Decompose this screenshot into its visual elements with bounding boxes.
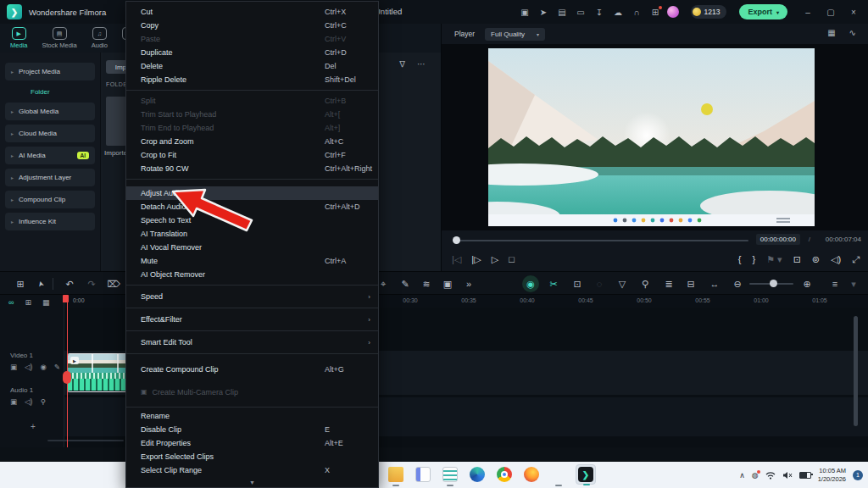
menu-item-export-selected-clips[interactable]: Export Selected Clips: [126, 450, 378, 463]
close-button[interactable]: ×: [844, 3, 863, 20]
marker-icon[interactable]: ▽: [614, 275, 631, 292]
scopes-icon[interactable]: ∿: [849, 28, 856, 37]
voiceover-icon[interactable]: ⚲: [637, 275, 654, 292]
share-icon[interactable]: ➤: [537, 5, 551, 19]
gift-icon[interactable]: ▣: [518, 5, 532, 19]
menu-item-rotate-90-cw[interactable]: Rotate 90 CWCtrl+Alt+Right: [126, 162, 378, 175]
display-device-button[interactable]: ⊡: [793, 254, 801, 265]
lock-video-track-icon[interactable]: ✎: [54, 363, 60, 371]
notification-badge[interactable]: 1: [853, 470, 863, 480]
wifi-icon[interactable]: [765, 471, 776, 480]
collapse-icon[interactable]: ▾: [845, 275, 862, 292]
render-preview-button[interactable]: ⚑ ▾: [766, 254, 782, 265]
tray-app-icon[interactable]: ◍: [752, 471, 759, 480]
menu-item-effect-filter[interactable]: Effect&Filter›: [126, 312, 378, 327]
menu-item-crop-and-zoom[interactable]: Crop and ZoomAlt+C: [126, 135, 378, 148]
video-preview[interactable]: [488, 48, 815, 226]
menu-item-disable-clip[interactable]: Disable ClipE: [126, 423, 378, 436]
taskbar-app-window[interactable]: [413, 464, 433, 485]
auto-ripple-icon[interactable]: ∞: [8, 298, 14, 307]
media-thumbnail[interactable]: [106, 97, 126, 146]
cloud-upload-icon[interactable]: ☁: [611, 5, 626, 19]
sidebar-item-ai-media[interactable]: ▸AI MediaAI: [5, 147, 95, 164]
fit-timeline-icon[interactable]: ↔: [706, 275, 723, 292]
menu-item-ai-vocal-remover[interactable]: AI Vocal Remover: [126, 241, 378, 254]
adjust-color-icon[interactable]: ≋: [418, 275, 435, 292]
maximize-button[interactable]: ▢: [821, 3, 840, 20]
timeline-zoom-handle[interactable]: [770, 280, 777, 287]
minimize-button[interactable]: –: [798, 3, 817, 20]
feedback-icon[interactable]: ▤: [555, 5, 570, 19]
hide-video-track-icon[interactable]: ◉: [40, 363, 46, 371]
playhead-flag[interactable]: [63, 295, 69, 302]
sidebar-item-project-media[interactable]: ▸Project Media: [5, 63, 95, 80]
taskbar-edge-browser[interactable]: [467, 464, 487, 485]
battery-icon[interactable]: [799, 472, 811, 479]
scrubber-track[interactable]: [456, 240, 748, 241]
mute-video-track-icon[interactable]: ◁): [25, 363, 32, 371]
add-video-track-icon[interactable]: ▣: [10, 363, 17, 371]
taskbar-filmora-app[interactable]: ❯: [576, 464, 596, 485]
split-screen-icon[interactable]: ▦: [827, 28, 835, 37]
menu-item-rename[interactable]: Rename: [126, 409, 378, 423]
snapshot-tool-icon[interactable]: ⊡: [569, 275, 586, 292]
menu-item-ai-object-remover[interactable]: AI Object Remover: [126, 268, 378, 281]
undo-button[interactable]: ↶: [61, 275, 78, 292]
duplicate-view-icon[interactable]: ⊟: [682, 275, 699, 292]
voiceover-audio-track-icon[interactable]: ⚲: [40, 397, 45, 406]
mark-in-button[interactable]: {: [738, 254, 742, 264]
play-button[interactable]: ▷: [492, 254, 498, 265]
more-icon[interactable]: ⋯: [417, 59, 426, 69]
menu-item-cut[interactable]: CutCtrl+X: [126, 5, 378, 19]
fullscreen-button[interactable]: ⤢: [852, 254, 860, 265]
timeline-marker[interactable]: [63, 371, 71, 384]
taskbar-notes-app[interactable]: [440, 464, 460, 485]
save-icon[interactable]: ↧: [593, 5, 607, 19]
menu-item-copy[interactable]: CopyCtrl+C: [126, 19, 378, 32]
coin-balance[interactable]: 1213: [691, 5, 727, 19]
link-clips-icon[interactable]: ⊞: [25, 298, 31, 307]
menu-item-edit-properties[interactable]: Edit PropertiesAlt+E: [126, 436, 378, 450]
menu-item-duplicate[interactable]: DuplicateCtrl+D: [126, 46, 378, 59]
add-audio-track-icon[interactable]: ▣: [10, 397, 17, 406]
taskbar-firefox-browser[interactable]: [521, 464, 542, 485]
tray-chevron-icon[interactable]: ∧: [739, 471, 745, 480]
magnet-icon[interactable]: ◉: [522, 275, 539, 292]
menu-item-select-clip-range[interactable]: Select Clip RangeX: [126, 463, 378, 477]
track-manager-icon[interactable]: ≡: [826, 275, 843, 292]
device-icon[interactable]: ▭: [574, 5, 588, 19]
menu-item-crop-to-fit[interactable]: Crop to FitCtrl+F: [126, 148, 378, 162]
keyframe-icon[interactable]: ✎: [397, 275, 414, 292]
sidebar-item-cloud-media[interactable]: ▸Cloud Media: [5, 125, 95, 142]
preview-volume-button[interactable]: ◁): [831, 254, 841, 265]
export-button[interactable]: Export ▾: [739, 4, 787, 19]
sidebar-item-folder[interactable]: Folder: [5, 85, 95, 98]
zoom-out-button[interactable]: ⊖: [729, 275, 746, 292]
add-track-button[interactable]: +: [31, 422, 36, 431]
menu-item-speed[interactable]: Speed›: [126, 289, 378, 304]
sidebar-item-influence-kit[interactable]: ▸Influence Kit: [5, 213, 95, 230]
audio-mixer-icon[interactable]: ≣: [660, 275, 677, 292]
sidebar-item-compound-clip[interactable]: ▸Compound Clip: [5, 191, 95, 208]
menu-item-smart-edit-tool[interactable]: Smart Edit Tool›: [126, 335, 378, 350]
track-height-icon[interactable]: ▦: [42, 298, 50, 307]
filter-icon[interactable]: ∇: [399, 59, 405, 69]
stop-button[interactable]: □: [509, 254, 515, 264]
volume-mute-icon[interactable]: [782, 471, 793, 480]
taskbar-file-explorer[interactable]: [386, 464, 406, 485]
scrubber-handle[interactable]: [453, 236, 460, 244]
menu-item-mute[interactable]: MuteCtrl+A: [126, 254, 378, 268]
sidebar-item-global-media[interactable]: ▸Global Media: [5, 103, 95, 120]
menu-item-delete[interactable]: DeleteDel: [126, 59, 378, 73]
more-tools-icon[interactable]: »: [460, 275, 477, 292]
sidebar-item-adjustment-layer[interactable]: ▸Adjustment Layer: [5, 169, 95, 186]
quality-dropdown[interactable]: Full Quality ▾: [485, 28, 545, 41]
mute-audio-track-icon[interactable]: ◁): [25, 397, 32, 406]
delete-button[interactable]: ⌦: [105, 275, 122, 292]
record-icon[interactable]: ▣: [439, 275, 456, 292]
split-icon[interactable]: ✂: [545, 275, 562, 292]
tab-audio[interactable]: ♫Audio: [92, 24, 108, 49]
taskbar-chrome-browser[interactable]: [494, 464, 515, 485]
prev-frame-button[interactable]: |◁: [452, 254, 461, 265]
menu-scroll-hint[interactable]: ▼: [126, 477, 378, 487]
